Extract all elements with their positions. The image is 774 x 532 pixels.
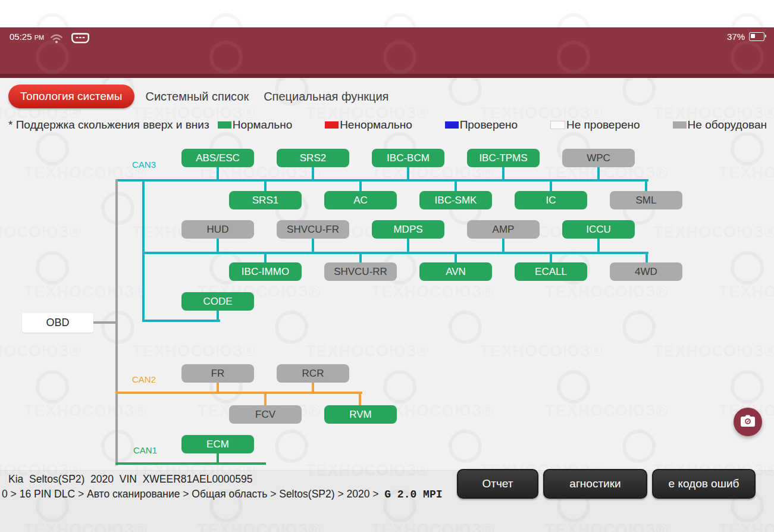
legend-color-swatch — [673, 121, 687, 129]
battery-percent: 37% — [727, 32, 745, 42]
tab-системный-список[interactable]: Системный список — [142, 90, 253, 104]
tab-специальная-функция[interactable]: Специальная функция — [260, 90, 392, 104]
status-time: 05:25 PM — [10, 32, 44, 42]
footer-button-агностики[interactable]: агностики — [543, 469, 647, 499]
topology-node-hud[interactable]: HUD — [181, 220, 254, 239]
tabs: Топология системыСистемный списокСпециал… — [8, 84, 392, 109]
legend-color-swatch — [550, 121, 565, 129]
legend: * Поддержка скольжения вверх и вниз Норм… — [8, 118, 767, 132]
footer-buttons: Отчетагностикие кодов ошиб — [0, 469, 774, 499]
topology-node-4wd[interactable]: 4WD — [610, 262, 682, 281]
legend-color-swatch — [218, 121, 231, 129]
header-shadow-strip — [0, 74, 774, 78]
legend-color-swatch — [325, 121, 339, 129]
legend-item-не-проверено: Не проверено — [550, 118, 640, 132]
topology-node-avn[interactable]: AVN — [419, 262, 492, 281]
legend-note: * Поддержка скольжения вверх и вниз — [8, 118, 209, 132]
topology-node-ic[interactable]: IC — [515, 191, 587, 209]
topology-node-iccu[interactable]: ICCU — [562, 220, 635, 239]
legend-item-проверено: Проверено — [445, 118, 518, 132]
topology-node-ecall[interactable]: ECALL — [515, 262, 587, 281]
topology-node-ecm[interactable]: ECM — [181, 435, 254, 453]
topology-node-mdps[interactable]: MDPS — [372, 220, 444, 239]
legend-color-swatch — [445, 121, 459, 129]
legend-items: НормальноНенормальноПровереноНе проверен… — [218, 118, 767, 132]
topology-node-ac[interactable]: AC — [324, 191, 397, 209]
topology-node-code[interactable]: CODE — [181, 292, 254, 311]
topology-node-abs-esc[interactable]: ABS/ESC — [181, 149, 254, 167]
topology-node-fcv[interactable]: FCV — [229, 405, 302, 424]
obd-connector-icon — [70, 32, 90, 48]
diagnostic-app: ТЕХНОСОЮЗ®ТЕХНОСОЮЗ®ТЕХНОСОЮЗ®ТЕХНОСОЮЗ®… — [0, 0, 774, 532]
legend-item-нормально: Нормально — [218, 118, 293, 132]
topology-node-ibc-immo[interactable]: IBC-IMMO — [229, 262, 302, 281]
camera-icon — [740, 414, 756, 430]
topology-node-ibc-smk[interactable]: IBC-SMK — [419, 191, 492, 209]
battery-icon — [749, 32, 764, 41]
topology-node-sml[interactable]: SML — [610, 191, 682, 209]
topology-node-rvm[interactable]: RVM — [324, 405, 397, 424]
tab-топология-системы[interactable]: Топология системы — [8, 85, 134, 108]
content-background — [0, 78, 774, 532]
topology-node-ibc-tpms[interactable]: IBC-TPMS — [467, 149, 540, 167]
topology-node-ibc-bcm[interactable]: IBC-BCM — [372, 149, 444, 167]
topology-node-fr[interactable]: FR — [181, 364, 254, 383]
topology-node-srs2[interactable]: SRS2 — [277, 149, 349, 167]
topology-node-amp[interactable]: AMP — [467, 220, 540, 239]
wifi-icon — [50, 34, 63, 46]
topology-node-shvcu-fr[interactable]: SHVCU-FR — [277, 220, 349, 239]
header-watermark: ТЕХНОСОЮЗ®ТЕХНОСОЮЗ®ТЕХНОСОЮЗ®ТЕХНОСОЮЗ®… — [0, 27, 774, 74]
footer-button-е-кодов-ошиб[interactable]: е кодов ошиб — [652, 469, 756, 499]
header-bar: ТЕХНОСОЮЗ®ТЕХНОСОЮЗ®ТЕХНОСОЮЗ®ТЕХНОСОЮЗ®… — [0, 27, 774, 74]
legend-item-ненормально: Ненормально — [325, 118, 412, 132]
topology-node-wpc[interactable]: WPC — [562, 149, 635, 167]
legend-item-не-оборудован: Не оборудован — [673, 118, 767, 132]
screenshot-fab[interactable] — [734, 408, 762, 436]
topology-node-obd[interactable]: OBD — [22, 313, 93, 333]
footer-button-отчет[interactable]: Отчет — [457, 469, 538, 499]
topology-node-shvcu-rr[interactable]: SHVCU-RR — [324, 262, 397, 281]
topology-node-rcr[interactable]: RCR — [277, 364, 349, 383]
topology-node-srs1[interactable]: SRS1 — [229, 191, 302, 209]
